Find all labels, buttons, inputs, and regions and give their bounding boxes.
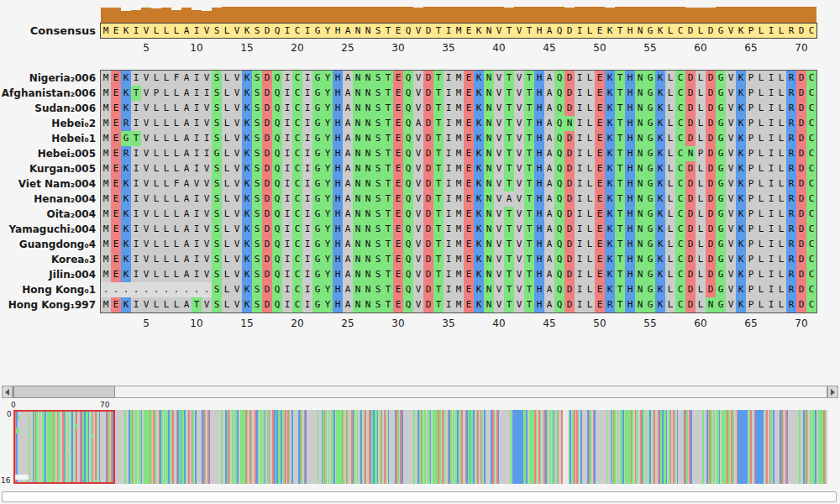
residue-cell[interactable]: G xyxy=(312,207,323,222)
residue-cell[interactable]: Q xyxy=(272,71,282,86)
residue-cell[interactable]: D xyxy=(423,116,433,131)
residue-cell[interactable]: M xyxy=(454,282,464,297)
residue-cell[interactable]: M xyxy=(101,237,111,252)
residue-cell[interactable]: L xyxy=(151,237,161,252)
residue-cell[interactable]: L xyxy=(171,161,181,176)
residue-cell[interactable]: L xyxy=(696,161,706,176)
residue-cell[interactable]: I xyxy=(575,252,585,267)
residue-cell[interactable]: I xyxy=(192,237,202,252)
residue-cell[interactable]: E xyxy=(464,146,474,161)
residue-cell[interactable]: K xyxy=(605,176,615,192)
residue-cell[interactable]: E xyxy=(393,161,403,176)
consensus-cell[interactable]: I xyxy=(302,24,312,38)
residue-cell[interactable]: M xyxy=(101,146,111,161)
residue-cell[interactable]: L xyxy=(151,146,161,161)
residue-cell[interactable]: Q xyxy=(403,71,413,86)
residue-cell[interactable]: I xyxy=(131,161,141,176)
residue-cell[interactable]: C xyxy=(292,131,302,146)
residue-cell[interactable]: T xyxy=(433,116,444,131)
residue-cell[interactable]: G xyxy=(645,116,655,131)
residue-cell[interactable]: I xyxy=(444,86,454,101)
residue-cell[interactable]: N xyxy=(635,192,645,207)
residue-cell[interactable]: N xyxy=(635,131,645,146)
residue-cell[interactable]: T xyxy=(524,192,534,207)
residue-cell[interactable]: D xyxy=(685,237,696,252)
residue-cell[interactable]: L xyxy=(161,176,171,192)
residue-cell[interactable]: L xyxy=(665,131,675,146)
residue-cell[interactable]: I xyxy=(192,161,202,176)
residue-cell[interactable]: G xyxy=(645,86,655,101)
residue-cell[interactable]: R xyxy=(786,161,796,176)
residue-cell[interactable]: M xyxy=(101,101,111,116)
residue-cell[interactable]: S xyxy=(373,222,383,237)
residue-cell[interactable]: E xyxy=(464,131,474,146)
residue-cell[interactable]: L xyxy=(151,267,161,282)
residue-cell[interactable]: T xyxy=(524,71,534,86)
residue-cell[interactable]: K xyxy=(605,71,615,86)
residue-cell[interactable]: V xyxy=(514,267,524,282)
residue-cell[interactable]: Q xyxy=(554,222,564,237)
residue-cell[interactable]: Q xyxy=(554,161,564,176)
residue-cell[interactable]: C xyxy=(806,86,816,101)
residue-cell[interactable]: D xyxy=(796,297,806,312)
residue-cell[interactable]: A xyxy=(181,207,192,222)
residue-cell[interactable]: V xyxy=(232,222,242,237)
residue-cell[interactable]: K xyxy=(474,101,484,116)
residue-cell[interactable]: C xyxy=(675,282,685,297)
residue-cell[interactable]: N xyxy=(363,116,373,131)
residue-cell[interactable]: C xyxy=(806,131,816,146)
consensus-cell[interactable]: L xyxy=(585,24,595,38)
residue-cell[interactable]: Q xyxy=(272,207,282,222)
residue-cell[interactable]: A xyxy=(544,222,554,237)
residue-cell[interactable]: Q xyxy=(403,146,413,161)
residue-cell[interactable]: R xyxy=(786,267,796,282)
residue-cell[interactable]: I xyxy=(192,267,202,282)
residue-cell[interactable]: V xyxy=(232,86,242,101)
residue-cell[interactable]: I xyxy=(766,237,776,252)
residue-cell[interactable]: K xyxy=(736,176,746,192)
residue-cell[interactable]: K xyxy=(605,282,615,297)
consensus-cell[interactable]: D xyxy=(423,24,433,38)
residue-cell[interactable]: N xyxy=(635,161,645,176)
residue-cell[interactable]: D xyxy=(262,207,272,222)
residue-cell[interactable]: L xyxy=(222,146,232,161)
residue-cell[interactable]: L xyxy=(222,101,232,116)
residue-cell[interactable]: P xyxy=(746,176,756,192)
residue-cell[interactable]: H xyxy=(333,267,343,282)
sequence-name[interactable]: Hebei₀2 xyxy=(0,116,96,131)
consensus-cell[interactable]: K xyxy=(736,24,746,38)
residue-cell[interactable]: I xyxy=(302,131,312,146)
residue-cell[interactable]: K xyxy=(121,267,131,282)
residue-cell[interactable]: D xyxy=(685,207,696,222)
residue-cell[interactable]: L xyxy=(585,297,595,312)
residue-cell[interactable]: M xyxy=(454,146,464,161)
residue-cell[interactable]: K xyxy=(736,116,746,131)
residue-cell[interactable]: I xyxy=(282,146,292,161)
residue-cell[interactable]: C xyxy=(675,222,685,237)
residue-cell[interactable]: T xyxy=(433,146,444,161)
residue-cell[interactable]: E xyxy=(595,131,605,146)
residue-cell[interactable]: I xyxy=(444,267,454,282)
residue-cell[interactable]: K xyxy=(242,282,252,297)
residue-cell[interactable]: T xyxy=(383,267,393,282)
residue-cell[interactable]: E xyxy=(393,267,403,282)
residue-cell[interactable]: K xyxy=(242,237,252,252)
residue-cell[interactable]: C xyxy=(292,146,302,161)
residue-cell[interactable]: T xyxy=(383,131,393,146)
consensus-cell[interactable]: I xyxy=(575,24,585,38)
residue-cell[interactable]: S xyxy=(212,207,222,222)
residue-cell[interactable]: E xyxy=(393,86,403,101)
residue-cell[interactable]: L xyxy=(756,176,766,192)
residue-cell[interactable]: V xyxy=(413,131,423,146)
residue-cell[interactable]: K xyxy=(242,222,252,237)
residue-cell[interactable]: K xyxy=(655,116,665,131)
residue-cell[interactable]: A xyxy=(343,101,353,116)
residue-cell[interactable]: T xyxy=(383,146,393,161)
residue-cell[interactable]: D xyxy=(423,101,433,116)
residue-cell[interactable]: M xyxy=(101,161,111,176)
residue-cell[interactable]: L xyxy=(696,237,706,252)
residue-cell[interactable]: V xyxy=(202,116,212,131)
residue-cell[interactable]: L xyxy=(756,207,766,222)
residue-cell[interactable]: L xyxy=(776,71,786,86)
residue-cell[interactable]: L xyxy=(585,222,595,237)
